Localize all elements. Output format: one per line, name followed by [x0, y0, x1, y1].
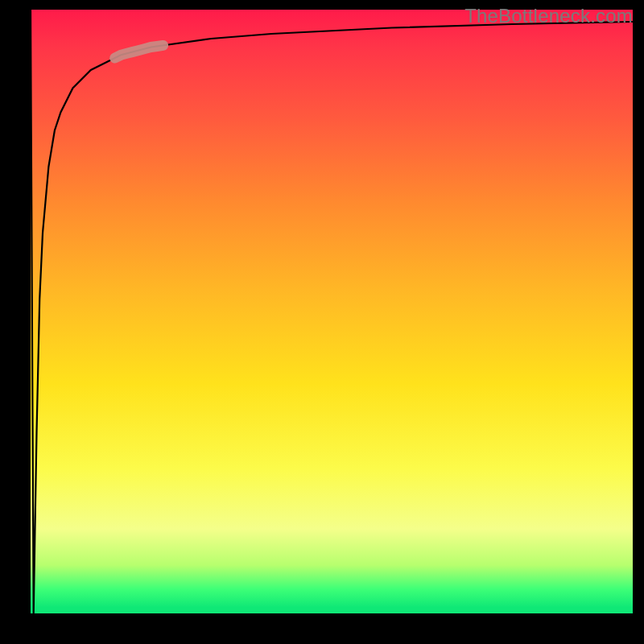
y-axis	[24, 10, 31, 620]
bottleneck-chart: TheBottleneck.com	[0, 0, 644, 644]
plot-background-gradient	[31, 10, 633, 613]
x-axis	[24, 613, 636, 620]
